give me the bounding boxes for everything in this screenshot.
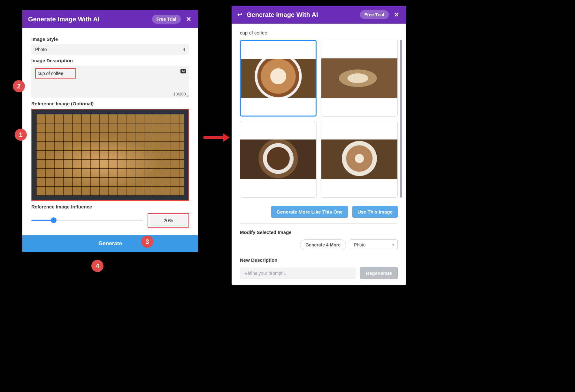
close-icon[interactable]: ✕ — [185, 15, 192, 23]
regenerate-button[interactable]: Regenerate — [360, 267, 398, 279]
image-style-select[interactable]: Photo ▲▼ — [31, 44, 189, 55]
chevron-up-down-icon: ▲▼ — [183, 48, 186, 51]
influence-value: 20% — [150, 215, 187, 226]
influence-slider[interactable] — [31, 220, 143, 221]
refine-prompt-input[interactable] — [240, 268, 356, 279]
result-image — [240, 139, 316, 179]
annotation-marker-2: 2 — [13, 80, 25, 92]
annotation-marker-1: 1 — [15, 129, 27, 141]
slider-thumb[interactable] — [51, 217, 57, 223]
result-thumbnail-1[interactable] — [240, 40, 317, 117]
image-style-label: Image Style — [31, 36, 189, 42]
modify-style-select[interactable]: Photo — [350, 239, 398, 250]
free-trial-badge[interactable]: Free Trial — [152, 15, 181, 24]
ai-assist-badge[interactable]: AI — [180, 69, 186, 73]
result-image — [241, 59, 316, 98]
panel-title: Generate Image With AI — [247, 11, 360, 19]
result-image — [321, 58, 397, 98]
use-this-image-button[interactable]: Use This Image — [352, 206, 398, 218]
scrollbar[interactable] — [400, 40, 402, 198]
result-grid — [240, 40, 398, 198]
panel-header: Generate Image With AI Free Trial ✕ — [22, 10, 198, 28]
close-icon[interactable]: ✕ — [393, 11, 400, 19]
generate-4-more-button[interactable]: Generate 4 More — [300, 239, 346, 250]
panel-title: Generate Image With AI — [28, 16, 152, 23]
reference-image-label: Reference Image (Optional) — [31, 101, 189, 106]
influence-value-highlight: 20% — [148, 213, 189, 228]
flow-arrow-icon — [203, 133, 230, 142]
result-thumbnail-3[interactable] — [240, 121, 317, 198]
image-description-input[interactable]: cup of coffee AI 13/200 — [31, 66, 189, 98]
prompt-echo: cup of coffee — [240, 30, 398, 35]
result-thumbnail-4[interactable] — [321, 121, 398, 198]
generate-image-panel-input: Generate Image With AI Free Trial ✕ Imag… — [22, 10, 198, 252]
modify-section-title: Modify Selected Image — [240, 230, 398, 235]
result-image — [321, 139, 397, 179]
back-icon[interactable]: ↩ — [237, 11, 242, 18]
slider-fill — [31, 220, 54, 221]
divider — [240, 223, 398, 224]
annotation-marker-4: 4 — [91, 260, 103, 272]
influence-label: Reference Image Influence — [31, 204, 189, 209]
resize-handle-icon[interactable] — [186, 94, 188, 97]
new-description-label: New Description — [240, 257, 398, 263]
modify-style-value: Photo — [354, 242, 366, 247]
image-style-value: Photo — [35, 47, 47, 52]
char-count: 13/200 — [173, 92, 186, 96]
result-thumbnail-2[interactable] — [321, 40, 398, 117]
generate-image-panel-results: ↩ Generate Image With AI Free Trial ✕ cu… — [232, 6, 406, 285]
annotation-marker-3: 3 — [141, 236, 153, 248]
image-description-label: Image Description — [31, 58, 189, 63]
reference-image-preview — [36, 114, 184, 196]
generate-button[interactable]: Generate — [22, 235, 198, 252]
reference-image-upload[interactable] — [31, 109, 189, 201]
image-description-value: cup of coffee — [35, 68, 76, 79]
panel-header: ↩ Generate Image With AI Free Trial ✕ — [232, 6, 406, 24]
generate-more-like-this-button[interactable]: Generate More Like This One — [271, 206, 348, 218]
free-trial-badge[interactable]: Free Trial — [360, 10, 389, 19]
